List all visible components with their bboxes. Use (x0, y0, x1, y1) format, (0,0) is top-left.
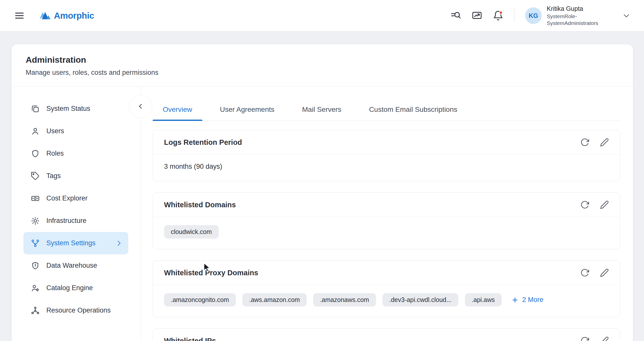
sidebar-item-label: System Settings (46, 239, 95, 247)
sidebar-item-tags[interactable]: Tags (23, 165, 128, 187)
user-role: SystemRole-SystemAdministrators (547, 13, 612, 27)
tags-icon (31, 172, 40, 181)
sidebar-item-label: Infrastructure (46, 217, 86, 225)
sidebar-item-system-settings[interactable]: System Settings (23, 232, 128, 254)
card-whitelisted-proxy-domains: Whitelisted Proxy Domains .amazoncognito… (153, 260, 620, 317)
sidebar-item-resource-operations[interactable]: Resource Operations (23, 299, 128, 322)
card-title: Whitelisted IPs (164, 337, 216, 341)
sidebar-item-label: Users (46, 127, 64, 135)
screen: { "colors": { "accent": "#1b72d0", "noti… (0, 0, 644, 341)
edit-pencil-icon[interactable] (600, 138, 609, 147)
data-warehouse-icon (31, 261, 40, 270)
refresh-icon[interactable] (580, 268, 589, 277)
settings-content: Overview User Agreements Mail Servers Cu… (141, 86, 633, 341)
topbar-divider (514, 9, 514, 22)
sidebar-item-label: Tags (46, 172, 61, 180)
sidebar-item-roles[interactable]: Roles (23, 142, 128, 165)
logo-wordmark: Amorphic (54, 11, 94, 21)
proxy-domain-chip: .amazonaws.com (313, 293, 376, 306)
amorphic-logo[interactable]: Amorphic (39, 11, 94, 21)
chevron-right-icon (115, 240, 123, 247)
sidebar-item-label: Roles (46, 150, 64, 157)
card-title: Whitelisted Proxy Domains (164, 269, 258, 277)
sidebar-item-label: Data Warehouse (46, 262, 97, 269)
sidebar-item-label: System Status (46, 105, 90, 113)
avatar: KG (525, 7, 542, 24)
settings-tabs: Overview User Agreements Mail Servers Cu… (153, 101, 620, 121)
page-title: Administration (26, 55, 619, 65)
hamburger-menu-icon[interactable] (14, 11, 25, 21)
show-more-button[interactable]: 2 More (511, 296, 543, 304)
sidebar-collapse-button[interactable] (129, 95, 152, 118)
chevron-left-icon (137, 102, 145, 110)
edit-pencil-icon[interactable] (600, 336, 609, 341)
sidebar-item-users[interactable]: Users (23, 120, 128, 142)
global-search-icon[interactable] (450, 10, 461, 21)
metrics-monitor-icon[interactable] (472, 10, 482, 21)
cost-explorer-icon (31, 194, 40, 203)
page-subtitle: Manage users, roles, costs and permissio… (26, 69, 619, 77)
tab-custom-email-subscriptions[interactable]: Custom Email Subscriptions (359, 101, 467, 121)
sidebar-item-label: Cost Explorer (46, 194, 88, 202)
refresh-icon[interactable] (580, 200, 589, 209)
plus-icon (511, 296, 519, 304)
tab-overview[interactable]: Overview (153, 101, 202, 121)
roles-icon (31, 149, 40, 158)
user-menu[interactable]: KG Kritika Gupta SystemRole-SystemAdmini… (525, 5, 612, 26)
catalog-engine-icon (31, 284, 40, 293)
page-header: Administration Manage users, roles, cost… (12, 44, 633, 86)
administration-panel: Administration Manage users, roles, cost… (12, 44, 633, 341)
user-name: Kritika Gupta (547, 5, 612, 13)
proxy-domain-chip: .aws.amazon.com (242, 293, 307, 306)
domain-chip: cloudwick.com (164, 225, 219, 238)
refresh-icon[interactable] (580, 336, 589, 341)
chevron-down-icon[interactable] (622, 12, 630, 20)
more-count-label: 2 More (522, 296, 543, 304)
notifications-bell-icon[interactable] (493, 10, 503, 21)
sidebar-item-system-status[interactable]: System Status (23, 97, 128, 120)
system-settings-icon (31, 239, 40, 248)
sidebar-item-label: Catalog Engine (46, 284, 93, 292)
infrastructure-icon (31, 216, 40, 225)
sidebar-item-label: Resource Operations (46, 306, 111, 314)
sidebar-item-catalog-engine[interactable]: Catalog Engine (23, 277, 128, 299)
sidebar-item-cost-explorer[interactable]: Cost Explorer (23, 187, 128, 210)
proxy-domain-chip: .dev3-api.cwdl.cloud... (382, 293, 458, 306)
card-logs-retention-period: Logs Retention Period 3 months (90 days) (153, 130, 620, 181)
edit-pencil-icon[interactable] (600, 268, 609, 277)
card-whitelisted-ips: Whitelisted IPs (153, 328, 620, 341)
logs-retention-value: 3 months (90 days) (164, 163, 222, 170)
proxy-domain-chip: .api.aws (465, 293, 502, 306)
card-whitelisted-domains: Whitelisted Domains cloudwick.com (153, 192, 620, 249)
system-status-icon (31, 104, 40, 113)
edit-pencil-icon[interactable] (600, 200, 609, 209)
sidebar-item-infrastructure[interactable]: Infrastructure (23, 210, 128, 232)
users-icon (31, 127, 40, 136)
resource-operations-icon (31, 306, 40, 315)
card-title: Whitelisted Domains (164, 201, 236, 209)
topbar: Amorphic (0, 0, 644, 31)
proxy-domain-chip: .amazoncognito.com (164, 293, 236, 306)
card-title: Logs Retention Period (164, 138, 242, 147)
tab-user-agreements[interactable]: User Agreements (210, 101, 284, 121)
amorphic-logo-mark-icon (39, 11, 51, 20)
tab-mail-servers[interactable]: Mail Servers (292, 101, 351, 121)
refresh-icon[interactable] (580, 138, 589, 147)
sidebar-item-data-warehouse[interactable]: Data Warehouse (23, 254, 128, 277)
admin-sidebar: System Status Users Roles (12, 86, 141, 341)
